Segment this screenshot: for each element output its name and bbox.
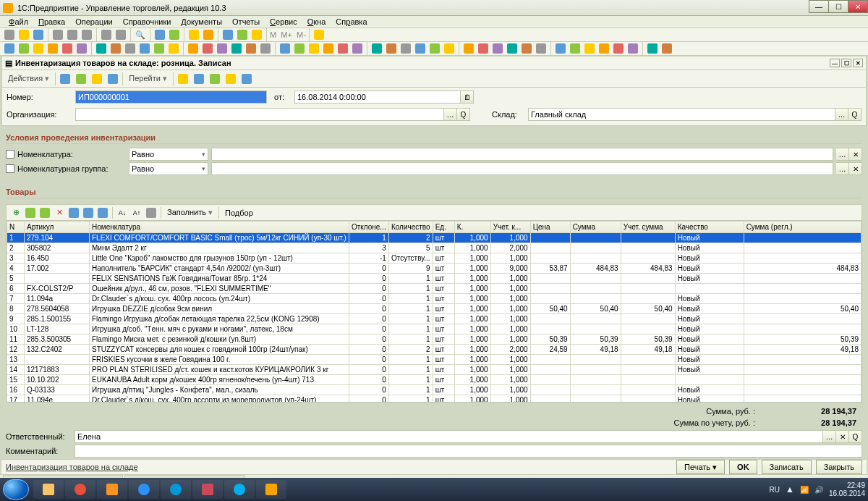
tb2-btn-41-icon[interactable] xyxy=(626,42,639,55)
actions-menu[interactable]: Действия xyxy=(5,72,52,85)
tb2-btn-2-icon[interactable] xyxy=(32,42,45,55)
tb2-btn-40-icon[interactable] xyxy=(612,42,625,55)
nomen-select-icon[interactable]: … xyxy=(836,148,849,161)
tb2-btn-5-icon[interactable] xyxy=(75,42,88,55)
table-row[interactable]: 13FRISKIES кусочки в желе Говядина 100 г… xyxy=(7,355,861,365)
responsible-input[interactable]: Елена xyxy=(75,430,823,443)
comment-input[interactable] xyxy=(75,445,862,458)
tb2-btn-39-icon[interactable] xyxy=(597,42,610,55)
tray-net-icon[interactable]: 📶 xyxy=(800,486,809,494)
number-input[interactable]: ИП000000001 xyxy=(75,90,267,104)
start-button[interactable] xyxy=(3,479,29,500)
tb2-btn-18-icon[interactable] xyxy=(278,42,292,55)
task-hp[interactable] xyxy=(161,480,191,499)
doc-tb-8-icon[interactable] xyxy=(224,72,237,85)
menu-file[interactable]: Файл xyxy=(4,16,33,28)
task-app1[interactable] xyxy=(192,480,223,499)
tb2-btn-20-icon[interactable] xyxy=(307,42,320,55)
doc-tb-1-icon[interactable] xyxy=(59,72,72,85)
tb2-btn-17-icon[interactable] xyxy=(259,42,272,55)
menu-documents[interactable]: Документы xyxy=(176,16,226,28)
col-header[interactable]: N xyxy=(7,222,25,233)
tb-find-icon[interactable]: 🔍 xyxy=(134,28,147,41)
tb2-btn-9-icon[interactable] xyxy=(138,42,151,55)
tb2-btn-30-icon[interactable] xyxy=(462,42,475,55)
tb2-btn-25-icon[interactable] xyxy=(385,42,398,55)
tb2-btn-3-icon[interactable] xyxy=(46,42,59,55)
table-row[interactable]: 9285.1.500155Flamingo Игрушка д/собак ле… xyxy=(7,314,861,324)
footer-title-link[interactable]: Инвентаризация товаров на складе xyxy=(6,463,138,471)
tray-flag-icon[interactable]: ▲ xyxy=(786,484,794,494)
table-row[interactable]: 10LT-128Игрушка д/соб. "Tенн. мяч с рука… xyxy=(7,324,861,334)
ok-button[interactable]: OK xyxy=(729,460,757,474)
tb2-btn-37-icon[interactable] xyxy=(569,42,582,55)
tb-undo-icon[interactable] xyxy=(100,28,113,41)
tb2-btn-6-icon[interactable] xyxy=(95,42,108,55)
col-header[interactable]: К. xyxy=(454,222,490,233)
tb-btn-g[interactable] xyxy=(250,28,263,41)
task-media[interactable] xyxy=(97,480,127,499)
doc-tb-4-icon[interactable] xyxy=(106,72,119,85)
grid-add-icon[interactable]: ⊕ xyxy=(9,206,22,219)
table-row[interactable]: 5FELIX SENSATIONS ГвЖ Говядина/Томат 85г… xyxy=(7,274,861,284)
tb2-btn-8-icon[interactable] xyxy=(124,42,137,55)
table-row[interactable]: 1510.10.202EUKANUBA Adult корм д/кошек 4… xyxy=(7,375,861,385)
task-ie[interactable] xyxy=(129,480,159,499)
menu-operations[interactable]: Операции xyxy=(71,16,116,28)
task-1c[interactable] xyxy=(256,480,286,499)
group-select-icon[interactable]: … xyxy=(836,162,849,175)
tb-btn-c[interactable] xyxy=(187,28,200,41)
tb2-btn-1-icon[interactable] xyxy=(17,42,30,55)
responsible-clear-icon[interactable]: ✕ xyxy=(836,430,849,443)
tb-redo-icon[interactable] xyxy=(114,28,127,41)
grid-edit-icon[interactable] xyxy=(38,206,51,219)
tb2-btn-7-icon[interactable] xyxy=(109,42,122,55)
doc-tb-2-icon[interactable] xyxy=(75,72,88,85)
grid-up-icon[interactable] xyxy=(82,206,95,219)
table-row[interactable]: 316.450Little One "Кэроб" лакомство для … xyxy=(7,253,861,264)
save-button[interactable]: Записать xyxy=(762,460,812,474)
table-row[interactable]: 8278.5604058Игрушка DEZZIE д/собак 9см в… xyxy=(7,304,861,314)
table-row[interactable]: 711.094aDr.Clauder`s д/кош. сух. 400гр л… xyxy=(7,294,861,304)
menu-catalogs[interactable]: Справочники xyxy=(119,16,176,28)
grid-sort2-icon[interactable]: A↑ xyxy=(130,206,143,219)
tb2-btn-42-icon[interactable] xyxy=(646,42,659,55)
goto-menu[interactable]: Перейти xyxy=(126,72,170,85)
org-open-icon[interactable]: Q xyxy=(457,108,470,121)
tb2-btn-21-icon[interactable] xyxy=(322,42,335,55)
tb2-btn-32-icon[interactable] xyxy=(491,42,504,55)
date-input[interactable]: 16.08.2014 0:00:00 xyxy=(294,90,461,104)
minimize-button[interactable]: — xyxy=(809,0,829,13)
col-header[interactable]: Цена xyxy=(530,222,570,233)
goods-grid[interactable]: NАртикулНоменклатураОтклоне...Количество… xyxy=(6,220,862,403)
tb2-btn-19-icon[interactable] xyxy=(293,42,306,55)
table-row[interactable]: 1412171883PRO PLAN STERILISED д/ст. коше… xyxy=(7,365,861,375)
grid-sort1-icon[interactable]: A↓ xyxy=(116,206,129,219)
doc-tb-6-icon[interactable] xyxy=(192,72,205,85)
tb-save-icon[interactable] xyxy=(32,28,45,41)
doc-tb-7-icon[interactable] xyxy=(208,72,221,85)
tb2-btn-24-icon[interactable] xyxy=(370,42,383,55)
doc-tb-9-icon[interactable] xyxy=(240,72,253,85)
task-skype[interactable] xyxy=(224,480,255,499)
responsible-select-icon[interactable]: … xyxy=(823,430,836,443)
grid-settings-icon[interactable] xyxy=(145,206,158,219)
tb2-btn-14-icon[interactable] xyxy=(216,42,229,55)
table-row[interactable]: 2305802Мини Эдалт 2 кг35шт1,0002,000Новы… xyxy=(7,243,861,253)
table-row[interactable]: 11285.3.500305Flamingo Миска мет. с рези… xyxy=(7,334,861,345)
tb2-btn-0-icon[interactable] xyxy=(3,42,16,55)
tb2-btn-28-icon[interactable] xyxy=(428,42,441,55)
tb-copy-icon[interactable] xyxy=(66,28,79,41)
grid-clone-icon[interactable] xyxy=(24,206,37,219)
tb-btn-h[interactable] xyxy=(312,28,326,41)
group-mode-combo[interactable]: Равно xyxy=(129,162,208,175)
tb2-btn-35-icon[interactable] xyxy=(535,42,548,55)
nomen-checkbox[interactable] xyxy=(6,150,14,159)
col-header[interactable]: Номенклатура xyxy=(90,222,349,233)
col-header[interactable]: Ед. xyxy=(433,222,454,233)
tb2-btn-33-icon[interactable] xyxy=(506,42,519,55)
tray-sound-icon[interactable]: 🔊 xyxy=(814,486,823,494)
col-header[interactable]: Учет. сумма xyxy=(621,222,675,233)
tb-btn-a[interactable] xyxy=(153,28,166,41)
tb2-btn-4-icon[interactable] xyxy=(61,42,74,55)
